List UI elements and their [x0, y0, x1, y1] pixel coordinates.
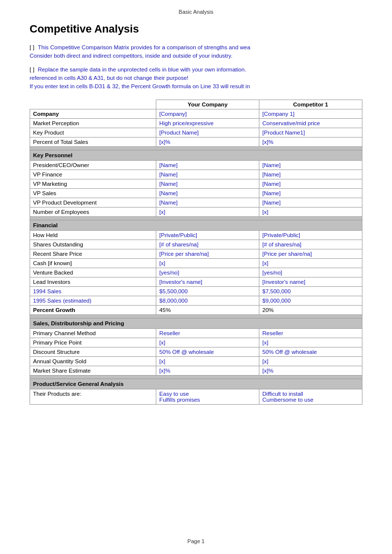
- row-percentgrowth-comp: 20%: [259, 306, 362, 315]
- spacer-cell-3: [30, 315, 362, 318]
- row-company-comp: [Company 1]: [259, 109, 362, 119]
- section-header-sales-label: Sales, Distributorship and Pricing: [30, 318, 362, 329]
- row-leadinvestors-yours: [Investor's name]: [156, 277, 259, 287]
- table-row: VP Finance [Name] [Name]: [30, 170, 362, 179]
- info1-text: [ ] This Competitive Comparison Matrix p…: [30, 43, 362, 61]
- info2-bracket: [ ]: [30, 67, 36, 72]
- row-discount-yours: 50% Off @ wholesale: [156, 347, 259, 357]
- row-annualqty-label: Annual Quantity Sold: [30, 357, 156, 366]
- row-president-comp: [Name]: [259, 161, 362, 170]
- table-row: VP Product Development [Name] [Name]: [30, 198, 362, 208]
- row-percentsales-label: Percent of Total Sales: [30, 138, 156, 147]
- row-mktperception-label: Market Perception: [30, 119, 156, 128]
- table-row: Lead Investors [Investor's name] [Invest…: [30, 277, 362, 287]
- row-products-yours: Easy to use Fulfills promises: [156, 389, 259, 405]
- products-comp-item1: Difficult to install: [262, 391, 359, 397]
- row-channel-yours: Reseller: [156, 329, 259, 338]
- section-header-product-label: Product/Service General Analysis: [30, 379, 362, 389]
- section-header-financial: Financial: [30, 220, 362, 231]
- row-percentsales-yours: [x]%: [156, 138, 259, 147]
- spacer-row-4: [30, 376, 362, 379]
- main-table: Your Company Competitor 1 Company [Compa…: [30, 100, 362, 405]
- row-products-label: Their Products are:: [30, 389, 156, 405]
- spacer-cell: [30, 147, 362, 150]
- row-shares-yours: [# of shares/na]: [156, 240, 259, 249]
- table-row: Their Products are: Easy to use Fulfills…: [30, 389, 362, 405]
- row-president-yours: [Name]: [156, 161, 259, 170]
- row-shareprice-label: Recent Share Price: [30, 249, 156, 259]
- comparison-table: Your Company Competitor 1 Company [Compa…: [30, 100, 362, 405]
- col-header-label: [30, 100, 156, 109]
- row-marketshare-comp: [x]%: [259, 366, 362, 376]
- row-keyproduct-comp: [Product Name1]: [259, 128, 362, 138]
- row-cash-comp: [x]: [259, 259, 362, 268]
- row-products-comp: Difficult to install Cumbersome to use: [259, 389, 362, 405]
- row-sales95-label: 1995 Sales (estimated): [30, 296, 156, 306]
- row-marketshare-label: Market Share Estimate: [30, 366, 156, 376]
- row-shareprice-yours: [Price per share/na]: [156, 249, 259, 259]
- section-header-financial-label: Financial: [30, 220, 362, 231]
- section-header-personnel: Key Personnel: [30, 150, 362, 161]
- table-row: Market Share Estimate [x]% [x]%: [30, 366, 362, 376]
- row-cash-label: Cash [if known]: [30, 259, 156, 268]
- table-row: 1994 Sales $5,500,000 $7,500,000: [30, 287, 362, 296]
- row-howheld-comp: [Private/Public]: [259, 231, 362, 240]
- row-venture-yours: [yes/no]: [156, 268, 259, 277]
- table-row: Percent of Total Sales [x]% [x]%: [30, 138, 362, 147]
- table-row: Venture Backed [yes/no] [yes/no]: [30, 268, 362, 277]
- table-row: 1995 Sales (estimated) $8,000,000 $9,000…: [30, 296, 362, 306]
- row-annualqty-yours: [x]: [156, 357, 259, 366]
- row-sales95-comp: $9,000,000: [259, 296, 362, 306]
- products-yours-item1: Easy to use: [159, 391, 256, 397]
- spacer-cell-4: [30, 376, 362, 379]
- section-header-personnel-label: Key Personnel: [30, 150, 362, 161]
- info-block-1: [ ] This Competitive Comparison Matrix p…: [30, 43, 362, 61]
- row-sales94-yours: $5,500,000: [156, 287, 259, 296]
- row-vpsales-comp: [Name]: [259, 189, 362, 198]
- page-footer: Page 1: [0, 538, 392, 544]
- row-venture-label: Venture Backed: [30, 268, 156, 277]
- row-vpfinance-comp: [Name]: [259, 170, 362, 179]
- table-row: Number of Employees [x] [x]: [30, 208, 362, 217]
- row-shares-label: Shares Outstanding: [30, 240, 156, 249]
- table-row: President/CEO/Owner [Name] [Name]: [30, 161, 362, 170]
- table-row: Percent Growth 45% 20%: [30, 306, 362, 315]
- row-discount-label: Discount Structure: [30, 347, 156, 357]
- row-vpsales-label: VP Sales: [30, 189, 156, 198]
- row-company-label: Company: [30, 109, 156, 119]
- info2-line1: Replace the sample data in the unprotect…: [30, 67, 250, 90]
- table-row: How Held [Private/Public] [Private/Publi…: [30, 231, 362, 240]
- row-vpproduct-yours: [Name]: [156, 198, 259, 208]
- row-keyproduct-yours: [Product Name]: [156, 128, 259, 138]
- content-area: Competitive Analysis [ ] This Competitiv…: [0, 23, 392, 405]
- info1-line1: This Competitive Comparison Matrix provi…: [30, 44, 250, 59]
- row-president-label: President/CEO/Owner: [30, 161, 156, 170]
- row-discount-comp: 50% Off @ wholesale: [259, 347, 362, 357]
- table-row: Market Perception High price/expressive …: [30, 119, 362, 128]
- header-title: Basic Analysis: [178, 9, 213, 15]
- row-marketshare-yours: [x]%: [156, 366, 259, 376]
- table-row: Recent Share Price [Price per share/na] …: [30, 249, 362, 259]
- page-header: Basic Analysis: [0, 0, 392, 19]
- row-pricepoint-label: Primary Price Point: [30, 338, 156, 347]
- col-header-comp: Competitor 1: [259, 100, 362, 109]
- row-sales94-comp: $7,500,000: [259, 287, 362, 296]
- row-numemployees-yours: [x]: [156, 208, 259, 217]
- table-row: Primary Channel Method Reseller Reseller: [30, 329, 362, 338]
- info2-text: [ ] Replace the sample data in the unpro…: [30, 66, 362, 91]
- row-pricepoint-yours: [x]: [156, 338, 259, 347]
- row-vpproduct-comp: [Name]: [259, 198, 362, 208]
- spacer-row: [30, 147, 362, 150]
- row-vpfinance-label: VP Finance: [30, 170, 156, 179]
- table-row: Shares Outstanding [# of shares/na] [# o…: [30, 240, 362, 249]
- row-mktperception-yours: High price/expressive: [156, 119, 259, 128]
- spacer-row-2: [30, 217, 362, 220]
- col-header-yours: Your Company: [156, 100, 259, 109]
- row-leadinvestors-label: Lead Investors: [30, 277, 156, 287]
- spacer-row-3: [30, 315, 362, 318]
- table-header-row: Your Company Competitor 1: [30, 100, 362, 109]
- section-header-sales: Sales, Distributorship and Pricing: [30, 318, 362, 329]
- table-row: Discount Structure 50% Off @ wholesale 5…: [30, 347, 362, 357]
- row-vpfinance-yours: [Name]: [156, 170, 259, 179]
- row-venture-comp: [yes/no]: [259, 268, 362, 277]
